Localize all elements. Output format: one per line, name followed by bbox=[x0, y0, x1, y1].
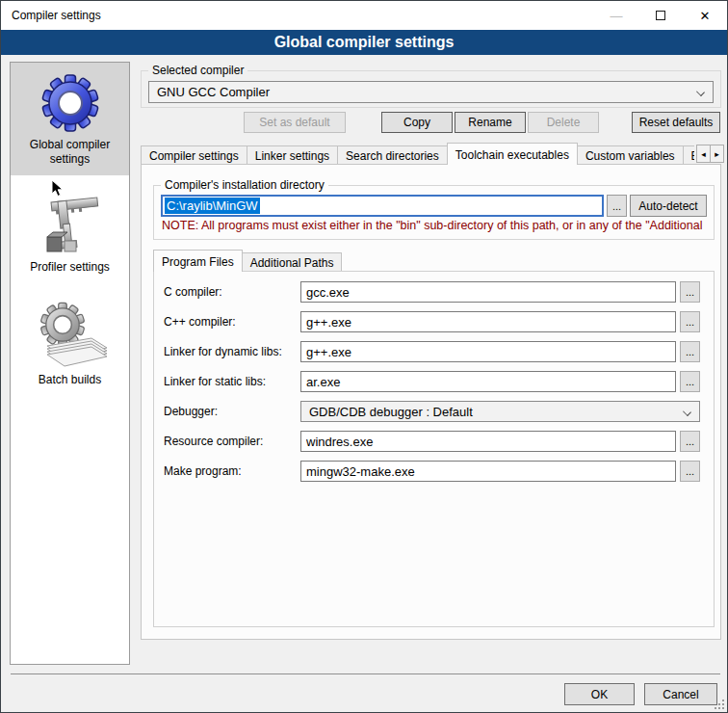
tab-toolchain-executables[interactable]: Toolchain executables bbox=[447, 143, 578, 165]
browse-directory-button[interactable]: ... bbox=[607, 195, 627, 217]
program-files-panel: C compiler: ... C++ compiler: ... Linker… bbox=[153, 271, 715, 627]
field-label: Resource compiler: bbox=[164, 435, 300, 448]
compiler-actions: Set as default Copy Rename Delete Reset … bbox=[141, 112, 721, 133]
delete-button[interactable]: Delete bbox=[528, 112, 599, 133]
browse-button[interactable]: ... bbox=[680, 371, 700, 392]
installation-directory-input[interactable]: C:\raylib\MinGW bbox=[161, 195, 604, 217]
field-label: Debugger: bbox=[164, 405, 300, 418]
linker-dynamic-field[interactable] bbox=[300, 341, 676, 362]
tab-scroll-buttons: ◂ ▸ bbox=[696, 145, 724, 163]
resize-grip[interactable] bbox=[715, 700, 724, 709]
tab-search-directories[interactable]: Search directories bbox=[337, 145, 448, 165]
make-program-field[interactable] bbox=[300, 461, 676, 482]
batch-builds-icon bbox=[30, 292, 111, 373]
close-icon[interactable]: ✕ bbox=[683, 1, 727, 30]
tab-custom-variables[interactable]: Custom variables bbox=[577, 145, 684, 165]
tab-build-options[interactable]: Build bbox=[683, 145, 694, 165]
ok-button[interactable]: OK bbox=[564, 683, 635, 705]
maximize-icon[interactable] bbox=[638, 1, 683, 30]
sidebar-item-batch-builds[interactable]: Batch builds bbox=[11, 292, 129, 387]
reset-defaults-button[interactable]: Reset defaults bbox=[632, 112, 720, 133]
cpp-compiler-field[interactable] bbox=[300, 311, 676, 332]
installation-directory-group: Compiler's installation directory C:\ray… bbox=[153, 178, 715, 240]
sidebar-item-label: Batch builds bbox=[35, 373, 105, 387]
sidebar-item-label: Profiler settings bbox=[26, 260, 114, 275]
selected-compiler-group: Selected compiler GNU GCC Compiler bbox=[141, 64, 721, 108]
browse-button[interactable]: ... bbox=[680, 281, 700, 303]
browse-button[interactable]: ... bbox=[680, 341, 700, 362]
set-as-default-button[interactable]: Set as default bbox=[244, 112, 346, 133]
window-controls: — ✕ bbox=[594, 1, 727, 30]
tab-linker-settings[interactable]: Linker settings bbox=[247, 145, 338, 165]
chevron-down-icon bbox=[683, 408, 691, 416]
browse-button[interactable]: ... bbox=[680, 461, 700, 482]
linker-static-field[interactable] bbox=[300, 371, 676, 392]
cancel-button[interactable]: Cancel bbox=[644, 683, 717, 705]
window-title: Compiler settings bbox=[1, 9, 594, 22]
settings-tabstrip: Compiler settings Linker settings Search… bbox=[141, 143, 694, 165]
rename-button[interactable]: Rename bbox=[455, 112, 526, 133]
tab-scroll-right-icon[interactable]: ▸ bbox=[710, 145, 724, 163]
field-label: Make program: bbox=[164, 464, 300, 478]
tab-program-files[interactable]: Program Files bbox=[153, 250, 243, 272]
combo-value: GDB/CDB debugger : Default bbox=[309, 405, 473, 419]
sidebar-item-global-compiler-settings[interactable]: Global compiler settings bbox=[11, 63, 129, 175]
auto-detect-button[interactable]: Auto-detect bbox=[630, 195, 707, 217]
note-text: NOTE: All programs must exist either in … bbox=[162, 219, 706, 232]
group-label: Compiler's installation directory bbox=[161, 178, 328, 192]
selected-text: C:\raylib\MinGW bbox=[165, 198, 260, 214]
footer-divider bbox=[11, 673, 720, 674]
browse-button[interactable]: ... bbox=[680, 311, 700, 332]
sidebar-item-profiler-settings[interactable]: Profiler settings bbox=[11, 191, 129, 275]
minimize-icon[interactable]: — bbox=[594, 1, 638, 30]
field-label: C++ compiler: bbox=[164, 315, 300, 329]
selected-compiler-combobox[interactable]: GNU GCC Compiler bbox=[148, 81, 714, 103]
field-label: Linker for dynamic libs: bbox=[164, 345, 300, 358]
caliper-icon bbox=[36, 191, 105, 260]
settings-sidebar: Global compiler settings bbox=[10, 62, 130, 665]
mouse-cursor bbox=[51, 179, 64, 198]
field-label: C compiler: bbox=[164, 285, 300, 299]
files-tabstrip: Program Files Additional Paths bbox=[153, 251, 342, 272]
chevron-down-icon bbox=[696, 88, 705, 96]
resource-compiler-field[interactable] bbox=[300, 431, 676, 452]
sidebar-item-label: Global compiler settings bbox=[11, 138, 129, 167]
c-compiler-field[interactable] bbox=[300, 281, 676, 303]
debugger-combobox[interactable]: GDB/CDB debugger : Default bbox=[300, 401, 700, 422]
gear-icon bbox=[36, 68, 105, 138]
tab-scroll-left-icon[interactable]: ◂ bbox=[696, 145, 711, 163]
group-label: Selected compiler bbox=[148, 64, 247, 77]
copy-button[interactable]: Copy bbox=[381, 112, 453, 133]
toolchain-executables-panel: Compiler's installation directory C:\ray… bbox=[141, 164, 721, 640]
tab-additional-paths[interactable]: Additional Paths bbox=[242, 252, 343, 272]
compiler-settings-dialog: Compiler settings — ✕ Global compiler se… bbox=[0, 0, 728, 713]
tab-compiler-settings[interactable]: Compiler settings bbox=[141, 145, 247, 165]
field-label: Linker for static libs: bbox=[164, 375, 300, 388]
combo-value: GNU GCC Compiler bbox=[157, 85, 270, 99]
browse-button[interactable]: ... bbox=[680, 431, 700, 452]
page-title: Global compiler settings bbox=[1, 30, 727, 55]
title-bar: Compiler settings — ✕ bbox=[1, 1, 727, 30]
